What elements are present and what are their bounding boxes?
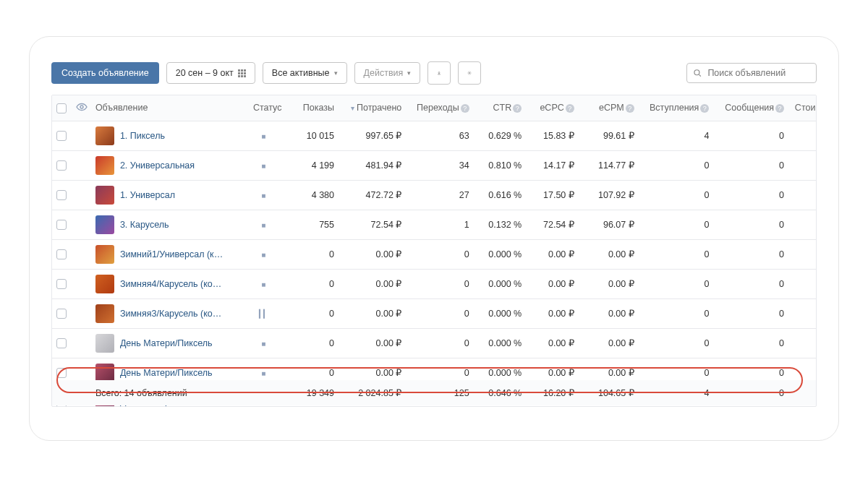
row-checkbox[interactable] <box>56 220 67 230</box>
cell-ecpc: 17.50 ₽ <box>526 180 579 210</box>
col-impressions[interactable]: Показы <box>286 95 339 121</box>
ad-thumbnail[interactable] <box>95 334 114 353</box>
cell-ecpc: 0.00 ₽ <box>526 269 579 298</box>
row-checkbox[interactable] <box>56 249 67 259</box>
row-checkbox[interactable] <box>56 131 67 141</box>
cell-spent: 481.94 ₽ <box>339 150 406 180</box>
cell-ecpc: 0.00 ₽ <box>526 328 579 358</box>
ad-thumbnail[interactable] <box>95 215 114 234</box>
ad-name-link[interactable]: 1. Универсал <box>120 190 175 200</box>
cell-impressions: 0 <box>286 298 339 328</box>
pause-icon[interactable]: ▎▎ <box>259 309 268 318</box>
col-clicks[interactable]: Переходы? <box>406 95 473 121</box>
chevron-down-icon: ▾ <box>407 69 411 77</box>
search-box[interactable] <box>686 63 817 83</box>
table-row: Зимняя3/Карусель (копия) (копия) (...▎▎0… <box>52 298 816 328</box>
table-scroll[interactable]: Объявление Статус Показы ▾Потрачено Пере… <box>52 95 816 406</box>
cell-status: ■ <box>241 180 286 210</box>
cell-spent: 0.00 ₽ <box>339 239 406 269</box>
col-ctr[interactable]: CTR? <box>474 95 527 121</box>
totals-label: Всего: 14 объявлений <box>91 381 241 407</box>
stop-icon[interactable]: ■ <box>261 192 265 199</box>
cell-joins: 0 <box>639 298 714 328</box>
cell-ctr: 0.000 % <box>474 298 527 328</box>
ad-name-link[interactable]: Зимняя4/Карусель (копия) (копия) (... <box>120 279 226 289</box>
ad-name-link[interactable]: 3. Карусель <box>120 220 169 230</box>
stop-icon[interactable]: ■ <box>261 251 265 259</box>
row-checkbox[interactable] <box>56 309 67 319</box>
ad-thumbnail[interactable] <box>95 245 114 264</box>
cell-ecpc: 0.00 ₽ <box>526 239 579 269</box>
cell-impressions: 755 <box>286 210 339 239</box>
ad-name-link[interactable]: День Матери/Пиксель <box>120 338 213 348</box>
cell-ctr: 0.629 % <box>474 121 527 150</box>
select-all-checkbox[interactable] <box>56 103 67 113</box>
ad-thumbnail[interactable] <box>95 186 114 205</box>
row-checkbox[interactable] <box>56 279 67 289</box>
table-row: 2. Универсальная■4 199481.94 ₽340.810 %1… <box>52 150 816 180</box>
ad-name-link[interactable]: 2. Универсальная <box>120 160 195 171</box>
ad-name-link[interactable]: День Матери/Пиксель <box>120 368 213 378</box>
cell-clicks: 1 <box>406 210 473 239</box>
actions-button[interactable]: Действия ▾ <box>354 62 421 84</box>
totals-impressions: 19 349 <box>286 381 339 407</box>
stop-icon[interactable]: ■ <box>261 221 265 229</box>
cell-clicks: 0 <box>406 328 473 358</box>
col-cost[interactable]: Стоим <box>788 95 816 121</box>
help-icon[interactable]: ? <box>566 104 574 113</box>
ad-thumbnail[interactable] <box>95 156 114 175</box>
cell-joins: 0 <box>639 210 714 239</box>
gear-icon <box>467 68 472 78</box>
stop-icon[interactable]: ■ <box>261 162 265 170</box>
search-input[interactable] <box>706 67 810 79</box>
help-icon[interactable]: ? <box>775 104 784 113</box>
table-row: 1. Пиксель■10 015997.65 ₽630.629 %15.83 … <box>52 121 816 150</box>
cell-impressions: 0 <box>286 269 339 298</box>
date-range-button[interactable]: 20 сен – 9 окт <box>166 62 255 84</box>
col-ecpc[interactable]: eCPC? <box>526 95 579 121</box>
row-checkbox[interactable] <box>56 368 67 378</box>
ad-name-link[interactable]: Зимний1/Универсал (копия) (копия) ... <box>120 249 226 259</box>
stop-icon[interactable]: ■ <box>261 369 265 377</box>
row-checkbox[interactable] <box>56 190 67 200</box>
stop-icon[interactable]: ■ <box>261 340 265 348</box>
ads-table-card: Создать объявление 20 сен – 9 окт Все ак… <box>29 36 839 441</box>
help-icon[interactable]: ? <box>461 104 469 113</box>
search-icon <box>693 68 702 78</box>
ad-name-link[interactable]: Зимняя3/Карусель (копия) (копия) (... <box>120 309 226 319</box>
eye-icon[interactable] <box>76 103 88 111</box>
stop-icon[interactable]: ■ <box>261 280 265 288</box>
cell-joins: 0 <box>639 328 714 358</box>
ad-name-link[interactable]: 1. Пиксель <box>120 131 165 141</box>
toolbar: Создать объявление 20 сен – 9 окт Все ак… <box>51 61 817 85</box>
cell-status: ■ <box>241 121 286 150</box>
help-icon[interactable]: ? <box>700 104 709 113</box>
col-joins[interactable]: Вступления? <box>639 95 714 121</box>
col-ecpm[interactable]: eCPM? <box>579 95 639 121</box>
download-button[interactable] <box>427 61 451 85</box>
col-status[interactable]: Статус <box>241 95 286 121</box>
cell-joins: 0 <box>639 150 714 180</box>
ad-thumbnail[interactable] <box>95 126 114 145</box>
cell-status: ■ <box>241 150 286 180</box>
totals-ecpm: 104.65 ₽ <box>579 381 639 407</box>
create-ad-button[interactable]: Создать объявление <box>51 62 159 84</box>
col-messages[interactable]: Сообщения? <box>713 95 788 121</box>
cell-ecpm: 0.00 ₽ <box>579 269 639 298</box>
col-spent[interactable]: ▾Потрачено <box>339 95 406 121</box>
cell-impressions: 0 <box>286 239 339 269</box>
ad-thumbnail[interactable] <box>95 304 114 323</box>
cell-ctr: 0.000 % <box>474 239 527 269</box>
date-range-label: 20 сен – 9 окт <box>176 68 234 78</box>
settings-button[interactable] <box>458 61 481 85</box>
ad-thumbnail[interactable] <box>95 364 114 382</box>
row-checkbox[interactable] <box>56 338 67 348</box>
status-filter-button[interactable]: Все активные ▾ <box>263 62 347 84</box>
help-icon[interactable]: ? <box>626 104 634 113</box>
ad-thumbnail[interactable] <box>95 275 114 293</box>
stop-icon[interactable]: ■ <box>261 132 265 140</box>
help-icon[interactable]: ? <box>513 104 522 113</box>
row-checkbox[interactable] <box>56 160 67 171</box>
cell-status: ■ <box>241 239 286 269</box>
col-ad[interactable]: Объявление <box>91 95 241 121</box>
